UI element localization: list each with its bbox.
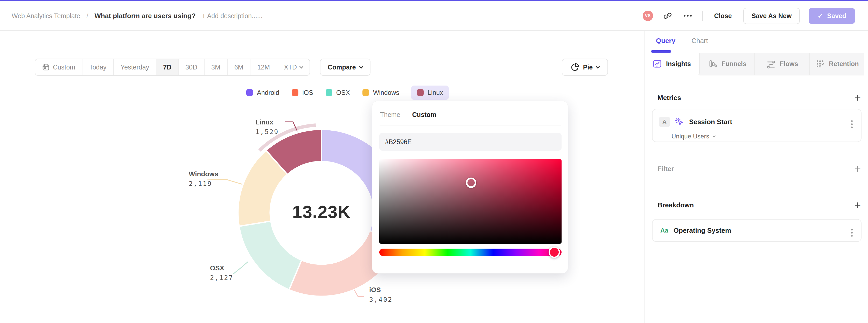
saturation-value-area[interactable]	[379, 159, 562, 244]
session-start-icon	[675, 117, 684, 127]
tab-funnels[interactable]: Funnels	[700, 53, 754, 75]
add-filter-button[interactable]: +	[852, 164, 863, 174]
chevron-down-icon	[359, 64, 364, 68]
filter-heading: Filter	[657, 165, 674, 173]
insights-icon	[653, 59, 662, 68]
label-connector-osx	[233, 262, 248, 274]
breakdown-heading: Breakdown	[657, 201, 694, 209]
analysis-type-tabs: InsightsFunnelsFlowsRetention	[645, 53, 864, 75]
hue-slider-thumb[interactable]	[549, 247, 560, 258]
check-icon: ✓	[817, 12, 823, 20]
breadcrumb: Web Analytics Template / What platform a…	[12, 1, 262, 30]
legend-item-windows[interactable]: Windows	[362, 86, 400, 100]
legend-swatch	[246, 89, 253, 96]
tab-flows[interactable]: Flows	[754, 53, 809, 75]
legend-item-android[interactable]: Android	[246, 86, 280, 100]
legend-swatch	[363, 89, 369, 96]
chart-legend: AndroidiOSOSXWindowsLinux	[246, 84, 449, 102]
header-divider	[702, 11, 703, 21]
range-button-yesterday[interactable]: Yesterday	[113, 59, 156, 75]
tab-chart[interactable]: Chart	[691, 37, 708, 45]
color-picker-tabs: Theme Custom	[380, 111, 436, 119]
funnels-icon	[708, 59, 717, 68]
tab-insights[interactable]: Insights	[645, 53, 700, 75]
breakdown-label: Operating System	[674, 227, 732, 235]
tab-retention[interactable]: Retention	[809, 53, 864, 75]
legend-item-osx[interactable]: OSX	[325, 86, 350, 100]
active-tab-underline	[651, 50, 671, 53]
tab-custom[interactable]: Custom	[412, 111, 436, 119]
slice-label-osx: OSX2,127	[210, 264, 233, 282]
metric-menu-icon[interactable]	[849, 119, 854, 130]
share-link-icon[interactable]	[662, 10, 673, 22]
chevron-down-icon	[596, 64, 600, 68]
range-button-xtd[interactable]: XTD	[277, 59, 310, 75]
chevron-down-icon	[300, 64, 304, 68]
header: Web Analytics Template / What platform a…	[0, 1, 868, 31]
sidebar-mode-tabs: Query Chart	[656, 37, 708, 45]
breakdown-menu-icon[interactable]	[849, 227, 854, 238]
range-button-7d[interactable]: 7D	[156, 59, 178, 75]
header-actions: VS Close Save As New ✓ Saved	[643, 1, 855, 30]
range-button-custom[interactable]: Custom	[35, 59, 82, 75]
donut-slice-osx[interactable]	[239, 221, 302, 290]
more-options-icon[interactable]	[682, 10, 693, 22]
legend-swatch	[417, 89, 424, 96]
add-breakdown-button[interactable]: +	[852, 200, 863, 211]
slice-label-linux: Linux1,529	[255, 118, 279, 136]
saved-button[interactable]: ✓ Saved	[809, 8, 855, 24]
legend-swatch	[326, 89, 332, 96]
metric-series-badge: A	[659, 117, 670, 127]
avatar[interactable]: VS	[643, 11, 653, 21]
metrics-heading: Metrics	[657, 94, 681, 102]
tab-theme[interactable]: Theme	[380, 111, 400, 119]
breadcrumb-separator: /	[87, 12, 88, 20]
slice-label-ios: iOS3,402	[369, 286, 393, 303]
metric-card[interactable]: A Session Start Unique Users	[652, 109, 862, 142]
calendar-icon	[42, 63, 50, 71]
add-description-button[interactable]: + Add description......	[202, 12, 262, 20]
label-connector-ios	[354, 290, 364, 296]
range-button-30d[interactable]: 30D	[178, 59, 204, 75]
divider	[379, 125, 561, 126]
range-button-12m[interactable]: 12M	[250, 59, 277, 75]
chart-type-button[interactable]: Pie	[562, 59, 608, 76]
legend-item-ios[interactable]: iOS	[291, 86, 314, 100]
legend-swatch	[292, 89, 299, 96]
breadcrumb-root[interactable]: Web Analytics Template	[12, 12, 81, 20]
add-metric-button[interactable]: +	[852, 93, 863, 103]
breakdown-card[interactable]: Aa Operating System	[652, 219, 862, 242]
range-button-today[interactable]: Today	[82, 59, 113, 75]
legend-item-linux[interactable]: Linux	[411, 86, 449, 100]
pie-chart-icon	[570, 63, 580, 71]
date-range-selector: CustomTodayYesterday7D30D3M6M12MXTD	[35, 59, 310, 76]
close-button[interactable]: Close	[712, 8, 735, 23]
color-cursor[interactable]	[466, 177, 476, 188]
chart-total-value: 13.23K	[270, 202, 373, 222]
page-title[interactable]: What platform are users using?	[94, 12, 195, 20]
slice-label-windows: Windows2,119	[189, 170, 218, 188]
metric-label: Session Start	[689, 118, 732, 126]
hue-slider[interactable]	[379, 249, 562, 256]
tab-query[interactable]: Query	[656, 37, 675, 45]
range-button-6m[interactable]: 6M	[227, 59, 250, 75]
chevron-down-icon	[713, 134, 716, 137]
hex-color-input[interactable]	[379, 133, 562, 151]
aggregation-dropdown[interactable]: Unique Users	[672, 133, 716, 140]
save-as-new-button[interactable]: Save As New	[743, 8, 800, 24]
color-picker-popup: Theme Custom	[372, 101, 568, 273]
range-button-3m[interactable]: 3M	[204, 59, 227, 75]
compare-button[interactable]: Compare	[320, 59, 370, 76]
flows-icon	[766, 59, 776, 68]
retention-icon	[815, 59, 825, 68]
text-property-icon: Aa	[660, 227, 669, 234]
